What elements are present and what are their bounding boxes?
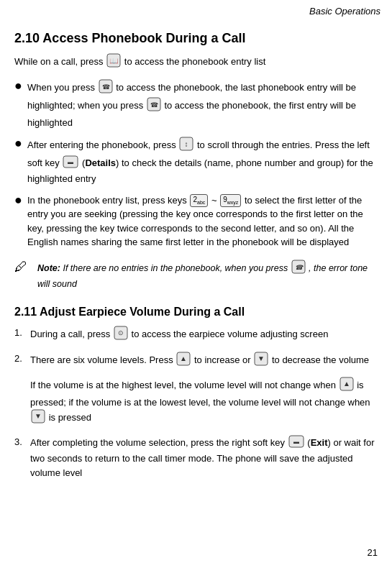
numbered-item-2-sub: 2. If the volume is at the highest level… bbox=[14, 377, 378, 428]
num-text-3: After completing the volume selection, p… bbox=[30, 435, 378, 480]
intro-text-after: to access the phonebook entry list bbox=[124, 56, 266, 67]
num-text-2: There are six volume levels. Press ▲ to … bbox=[30, 352, 378, 370]
svg-text:☎: ☎ bbox=[150, 101, 158, 109]
bullet-item-3: ● In the phonebook entry list, press key… bbox=[14, 193, 378, 249]
vol-down-key-2: ▼ bbox=[31, 409, 45, 428]
intro-text-before: While on a call, press bbox=[14, 56, 104, 67]
section-2-11-title: 2.11 Adjust Earpiece Volume During a Cal… bbox=[14, 306, 378, 319]
svg-text:▬: ▬ bbox=[293, 439, 299, 445]
page-header: Basic Operations bbox=[0, 0, 392, 19]
svg-text:⊙: ⊙ bbox=[118, 329, 124, 336]
num-text-1: During a call, press ⊙ to access the ear… bbox=[30, 326, 378, 344]
key-9: 9wxyz bbox=[220, 194, 241, 207]
phonebook-key-icon: 📖 bbox=[106, 53, 121, 72]
bullet-dot-3: ● bbox=[14, 193, 27, 209]
svg-text:▼: ▼ bbox=[257, 354, 265, 362]
bullet-list: ● When you press ☎ to access the phonebo… bbox=[14, 79, 378, 249]
num-label-2: 2. bbox=[14, 352, 30, 366]
bullet-text-1: When you press ☎ to access the phonebook… bbox=[27, 79, 378, 130]
numbered-item-1: 1. During a call, press ⊙ to access the … bbox=[14, 326, 378, 344]
bullet-text-2: After entering the phonebook, press ↕ to… bbox=[27, 137, 378, 186]
intro-paragraph: While on a call, press 📖 to access the p… bbox=[14, 53, 378, 72]
page-number: 21 bbox=[368, 547, 378, 558]
svg-text:☎: ☎ bbox=[294, 264, 303, 271]
section-2-10-title: 2.10 Access Phonebook During a Call bbox=[14, 31, 378, 46]
bullet-dot-2: ● bbox=[14, 136, 27, 152]
phonebook-key-2: ☎ bbox=[147, 97, 161, 116]
num-label-3: 3. bbox=[14, 435, 30, 449]
numbered-item-3: 3. After completing the volume selection… bbox=[14, 435, 378, 480]
vol-up-key: ▲ bbox=[176, 352, 191, 370]
svg-text:☎: ☎ bbox=[101, 83, 109, 91]
numbered-item-2: 2. There are six volume levels. Press ▲ … bbox=[14, 352, 378, 370]
bullet-item-2: ● After entering the phonebook, press ↕ … bbox=[14, 137, 378, 186]
vol-up-key-2: ▲ bbox=[339, 377, 354, 395]
svg-text:▲: ▲ bbox=[180, 354, 187, 362]
phonebook-key-1: ☎ bbox=[99, 79, 113, 98]
main-content: 2.10 Access Phonebook During a Call Whil… bbox=[0, 19, 392, 501]
vol-down-key: ▼ bbox=[254, 352, 268, 370]
section-2-10: 2.10 Access Phonebook During a Call Whil… bbox=[14, 31, 378, 294]
num-label-1: 1. bbox=[14, 326, 30, 340]
svg-text:▲: ▲ bbox=[343, 380, 350, 388]
svg-text:▬: ▬ bbox=[68, 159, 73, 165]
svg-text:📖: 📖 bbox=[109, 56, 119, 65]
volume-key-1: ⊙ bbox=[114, 326, 128, 344]
bullet-item-1: ● When you press ☎ to access the phonebo… bbox=[14, 79, 378, 130]
bullet-dot-1: ● bbox=[14, 78, 27, 94]
note-icon: 🖊 bbox=[14, 260, 35, 275]
key-2: 2abc bbox=[190, 194, 208, 207]
note-box: 🖊 Note: If there are no entries in the p… bbox=[14, 257, 378, 295]
num-text-2-sub: If the volume is at the highest level, t… bbox=[30, 377, 378, 428]
bullet-text-3: In the phonebook entry list, press keys … bbox=[27, 193, 378, 249]
header-title: Basic Operations bbox=[309, 6, 380, 17]
note-text: Note: If there are no entries in the pho… bbox=[37, 260, 378, 292]
section-2-11: 2.11 Adjust Earpiece Volume During a Cal… bbox=[14, 306, 378, 480]
left-soft-key: ▬ bbox=[63, 155, 78, 173]
numbered-list: 1. During a call, press ⊙ to access the … bbox=[14, 326, 378, 480]
svg-text:↕: ↕ bbox=[185, 140, 188, 148]
right-soft-key: ▬ bbox=[288, 435, 304, 452]
note-key-icon: ☎ bbox=[291, 260, 306, 278]
svg-text:▼: ▼ bbox=[35, 412, 42, 420]
scroll-key: ↕ bbox=[179, 137, 193, 155]
